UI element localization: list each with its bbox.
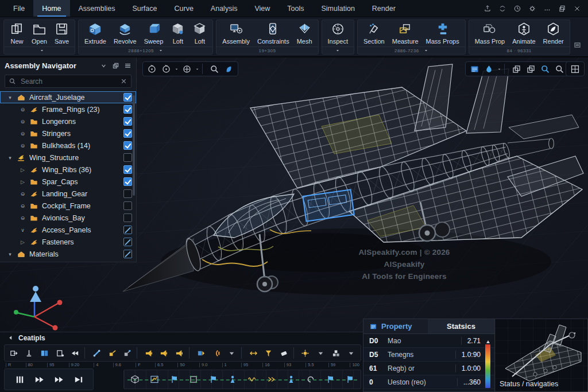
menu-item[interactable]: Tools <box>278 0 312 17</box>
keyframe-person[interactable] <box>227 374 238 385</box>
ribbon-group-footer[interactable]: 84 · 96331 <box>469 46 570 54</box>
visibility-checkbox[interactable] <box>123 201 132 210</box>
eraser-icon[interactable] <box>277 346 291 360</box>
visibility-checkbox[interactable] <box>123 129 132 138</box>
ribbon-button[interactable]: Loft <box>189 21 210 46</box>
cubes-group-icon[interactable] <box>329 346 343 360</box>
ribbon-button[interactable]: Section <box>360 21 388 46</box>
link-tool-icon[interactable] <box>90 346 104 360</box>
ribbon-button[interactable]: Mass Props <box>423 21 463 46</box>
material-drop-icon[interactable] <box>482 63 496 75</box>
keyframe-arrows[interactable] <box>266 374 277 385</box>
visibility-checkbox[interactable] <box>123 141 132 150</box>
keyframe-cube[interactable] <box>130 374 140 385</box>
menu-item[interactable]: Surface <box>123 0 165 17</box>
ribbon-group-footer[interactable] <box>4 46 75 54</box>
menu-item[interactable]: Assemblies <box>70 0 124 17</box>
keyframe-chart[interactable] <box>149 374 160 385</box>
visibility-checkbox[interactable] <box>123 153 132 162</box>
tab-statistics[interactable]: Statsics <box>428 319 494 333</box>
fast-forward-button[interactable] <box>52 372 65 386</box>
ribbon-button[interactable]: Measture <box>389 21 422 46</box>
keyframe-track[interactable] <box>123 370 361 389</box>
keyframe-flag[interactable] <box>208 374 218 385</box>
quad-view-icon[interactable] <box>568 63 582 75</box>
visibility-checkbox[interactable] <box>123 214 132 222</box>
visibility-checkbox[interactable] <box>123 238 132 246</box>
restore-window-icon[interactable] <box>556 2 568 15</box>
sync-icon[interactable] <box>496 2 509 15</box>
menu-item[interactable]: View <box>246 0 278 17</box>
property-row[interactable]: 61 Regb) or 1.0:00 <box>363 362 494 375</box>
property-row[interactable]: D5 Tenegns 1.0:90 <box>363 348 494 362</box>
ribbon-button[interactable]: Mass Prop <box>471 21 509 46</box>
copy-window-icon[interactable] <box>510 63 523 75</box>
tree-expander-icon[interactable]: ▷ <box>20 239 26 245</box>
zoom-out-icon[interactable] <box>553 63 566 75</box>
tree-item[interactable]: ▷ Wing_Ribs (36) <box>0 164 136 176</box>
orbit-rotate-icon[interactable] <box>145 63 158 75</box>
tree-scrollbar[interactable] <box>133 95 135 196</box>
pause-button[interactable] <box>13 372 26 386</box>
ribbon-button[interactable]: Mesh <box>293 21 316 46</box>
caret-down-icon[interactable] <box>225 346 239 360</box>
tree-item[interactable]: ⊖ Longerons <box>0 115 136 127</box>
menu-item[interactable]: Home <box>33 0 69 17</box>
blue-clip-icon[interactable] <box>194 346 208 360</box>
ribbon-group-footer[interactable]: 2886-7236 <box>358 46 465 54</box>
panels-icon[interactable] <box>37 346 52 360</box>
visibility-checkbox[interactable] <box>123 177 132 186</box>
ribbon-button[interactable]: Revolve <box>110 21 140 46</box>
keyframe-flag[interactable] <box>325 374 335 385</box>
orbit-view-icon[interactable] <box>160 63 173 75</box>
tree-expander-icon[interactable]: ⊖ <box>20 143 26 149</box>
ribbon-button[interactable]: Open <box>28 21 51 46</box>
ribbon-button[interactable]: Sweep <box>141 21 167 46</box>
hamburger-menu-icon[interactable] <box>124 62 131 69</box>
tab-property[interactable]: Property <box>363 319 428 333</box>
separator[interactable] <box>137 347 140 359</box>
find-in-view-icon[interactable] <box>539 63 552 75</box>
ribbon-button[interactable]: Save <box>51 21 72 46</box>
ribbon-button[interactable]: Loft <box>167 21 188 46</box>
frame-dot-icon[interactable] <box>53 346 67 360</box>
ribbon-button[interactable]: New <box>6 21 28 46</box>
tree-item[interactable]: ⊖ Avionics_Bay <box>0 212 136 224</box>
tree-expander-icon[interactable]: ⊖ <box>20 203 26 209</box>
tree-item[interactable]: ∨ Access_Panels <box>0 224 136 236</box>
tree-expander-icon[interactable]: ⊖ <box>20 215 26 221</box>
separator[interactable] <box>504 64 508 74</box>
visibility-checkbox[interactable] <box>123 226 132 234</box>
ribbon-button[interactable]: Animate <box>509 21 539 46</box>
ribbon-button[interactable]: Inspect <box>324 21 351 46</box>
keyframe-frame[interactable] <box>188 374 199 385</box>
keyframe-person[interactable] <box>286 374 296 385</box>
ribbon-group-footer[interactable]: 2888+1205 <box>79 46 212 54</box>
pin-marker-icon[interactable] <box>22 346 37 360</box>
menu-item[interactable]: Curve <box>166 0 202 17</box>
fast-forward-button[interactable] <box>32 372 46 386</box>
tree-expander-icon[interactable]: ⊖ <box>20 107 26 112</box>
ribbon-group-footer[interactable] <box>322 46 354 54</box>
keyframe-wave[interactable] <box>247 374 257 385</box>
tree-expander-icon[interactable]: ⊖ <box>20 131 26 137</box>
ribbon-button[interactable]: Extrude <box>81 21 110 46</box>
duplicate-window-icon[interactable] <box>524 63 537 75</box>
keyframe-flag[interactable] <box>169 374 179 385</box>
collapse-back-icon[interactable] <box>8 335 13 340</box>
menu-item[interactable]: Simulation <box>312 0 363 17</box>
arc-tool-icon[interactable] <box>210 346 224 360</box>
keyframe-spiral[interactable] <box>305 374 316 385</box>
search-input[interactable] <box>20 77 117 86</box>
separator[interactable] <box>189 347 192 359</box>
property-row[interactable]: D0 Mao 2.71 <box>363 334 494 348</box>
visibility-checkbox[interactable] <box>123 93 132 102</box>
tree-item[interactable]: ⊖ Bulkheads (14) <box>0 139 136 152</box>
clip-horn-icon[interactable] <box>157 346 172 360</box>
tree-item[interactable]: ▾ Wing_Structure <box>0 152 136 164</box>
visibility-checkbox[interactable] <box>123 105 132 114</box>
tree-expander-icon[interactable]: ▾ <box>7 155 13 161</box>
float-panel-icon[interactable] <box>112 62 119 69</box>
visibility-checkbox[interactable] <box>123 117 132 126</box>
ribbon-overflow-icon[interactable] <box>574 41 585 55</box>
